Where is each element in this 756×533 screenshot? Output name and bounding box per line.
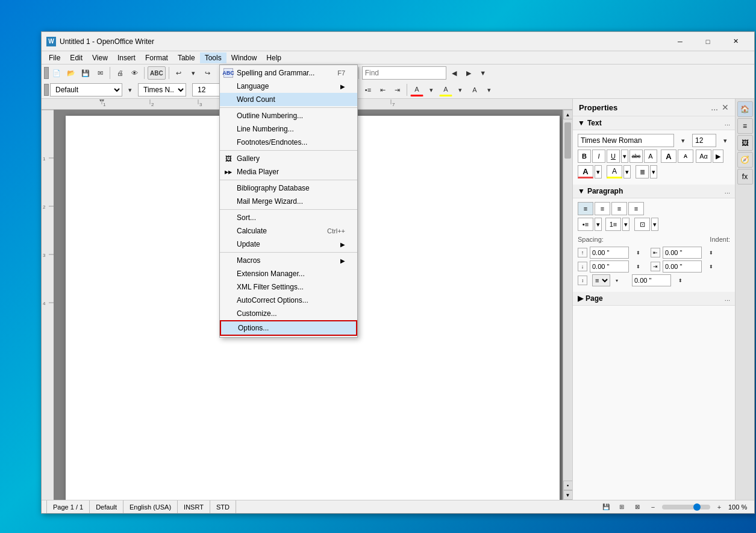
font-size-input[interactable]: 12: [692, 134, 716, 147]
text-underline-button[interactable]: U: [607, 150, 620, 163]
zoom-slider[interactable]: [662, 505, 710, 509]
para-align-center-btn[interactable]: ≡: [595, 202, 610, 215]
email-button[interactable]: ✉: [93, 66, 107, 80]
para-ordered-list-btn[interactable]: 1≡: [605, 218, 621, 231]
indent-right-spin[interactable]: ⬍: [704, 260, 717, 273]
menu-insert[interactable]: Insert: [113, 52, 140, 63]
decrease-indent-button[interactable]: ⇤: [376, 83, 389, 96]
line-spacing-spin[interactable]: ⬍: [673, 274, 687, 286]
scroll-track[interactable]: [563, 119, 572, 481]
text-italic-button[interactable]: I: [592, 150, 605, 163]
text-more2-btn[interactable]: ≣: [636, 165, 649, 178]
menu-file[interactable]: File: [44, 52, 65, 63]
find-prev-button[interactable]: ◀: [448, 66, 461, 80]
font-color-button[interactable]: A: [410, 83, 423, 96]
menu-help[interactable]: Help: [261, 52, 286, 63]
para-outline-dropdown[interactable]: ▾: [651, 218, 658, 231]
print-button[interactable]: 🖨: [113, 66, 127, 80]
menu-tools[interactable]: Tools: [200, 52, 226, 63]
zoom-slider-thumb[interactable]: [693, 503, 701, 511]
view-layout-btn[interactable]: ⊞: [615, 500, 628, 514]
find-input[interactable]: [362, 66, 446, 80]
redo-button[interactable]: ↪: [201, 66, 214, 80]
toolbar-handle-2[interactable]: [44, 84, 49, 96]
menu-customize[interactable]: Customize...: [220, 307, 357, 320]
para-align-left-btn[interactable]: ≡: [578, 202, 593, 215]
functions-sidebar-btn[interactable]: fx: [737, 169, 753, 184]
char-format-button[interactable]: A: [468, 83, 481, 96]
page-section-more[interactable]: ...: [725, 295, 730, 302]
line-spacing-type-dropdown[interactable]: ▾: [610, 274, 623, 286]
text-strikethrough-button[interactable]: abc: [629, 150, 643, 163]
properties-close-button[interactable]: ✕: [722, 102, 729, 112]
styles-sidebar-btn[interactable]: ≡: [737, 118, 753, 134]
text-highlight-btn[interactable]: A: [607, 165, 622, 178]
menu-footnotes[interactable]: Footnotes/Endnotes...: [220, 136, 357, 149]
paragraph-section-header[interactable]: ▼ Paragraph ...: [573, 184, 735, 198]
gallery-sidebar-btn[interactable]: 🖼: [737, 135, 753, 151]
scroll-up-button[interactable]: ▲: [563, 110, 573, 119]
zoom-out-btn[interactable]: −: [646, 500, 660, 514]
menu-mail-merge[interactable]: Mail Merge Wizard...: [220, 195, 357, 208]
tools-dropdown-menu[interactable]: ABC Spelling and Grammar... F7 Language …: [219, 65, 358, 338]
scroll-down-button[interactable]: ▼: [563, 490, 573, 500]
menu-language[interactable]: Language ▶: [220, 80, 357, 93]
font-name-input[interactable]: Times New Roman: [578, 134, 674, 147]
paragraph-style-select[interactable]: Default: [50, 83, 122, 96]
save-doc-btn[interactable]: 💾: [599, 500, 613, 514]
new-doc-button[interactable]: 📄: [50, 66, 63, 80]
para-outline-btn[interactable]: ⊡: [634, 218, 650, 231]
indent-right-input[interactable]: 0.00 ": [663, 260, 702, 273]
close-button[interactable]: ✕: [722, 32, 749, 51]
zoom-in-btn[interactable]: +: [713, 500, 726, 514]
preview-button[interactable]: 👁: [128, 66, 141, 80]
menu-sort[interactable]: Sort...: [220, 211, 357, 224]
menu-macros[interactable]: Macros ▶: [220, 254, 357, 267]
style-dropdown-arrow[interactable]: ▾: [123, 83, 137, 96]
menu-edit[interactable]: Edit: [65, 52, 87, 63]
scroll-options-button[interactable]: ●: [563, 481, 573, 490]
text-more-button[interactable]: ▶: [713, 150, 723, 163]
para-align-right-btn[interactable]: ≡: [611, 202, 627, 215]
spacing-above-spin[interactable]: ⬍: [631, 247, 645, 259]
highlight-dropdown[interactable]: ▾: [454, 83, 467, 96]
menu-options[interactable]: Options...: [220, 320, 357, 336]
find-next-button[interactable]: ▶: [462, 66, 475, 80]
para-align-justify-btn[interactable]: ≡: [628, 202, 644, 215]
menu-window[interactable]: Window: [226, 52, 262, 63]
font-name-dropdown-btn[interactable]: ▾: [676, 134, 690, 147]
menu-extension-manager[interactable]: Extension Manager...: [220, 267, 357, 280]
spacing-below-input[interactable]: 0.00 ": [590, 260, 629, 273]
spacing-below-spin[interactable]: ⬍: [631, 260, 645, 273]
indent-left-input[interactable]: 0.00 ": [663, 247, 702, 259]
text-section-header[interactable]: ▼ Text ...: [573, 116, 735, 130]
indent-left-spin[interactable]: ⬍: [704, 247, 717, 259]
menu-format[interactable]: Format: [140, 52, 173, 63]
open-button[interactable]: 📂: [64, 66, 78, 80]
text-shadow-button[interactable]: A: [644, 150, 657, 163]
menu-autocorrect[interactable]: AutoCorrect Options...: [220, 294, 357, 307]
text-bold-button[interactable]: B: [578, 150, 591, 163]
save-button[interactable]: 💾: [79, 66, 92, 80]
menu-view[interactable]: View: [87, 52, 113, 63]
spellcheck-button[interactable]: ABC: [148, 66, 166, 80]
char-format-dropdown[interactable]: ▾: [483, 83, 496, 96]
text-font-color-dropdown[interactable]: ▾: [595, 165, 602, 178]
menu-table[interactable]: Table: [173, 52, 200, 63]
find-options-button[interactable]: ▼: [476, 66, 490, 80]
menu-xml-filter[interactable]: XML Filter Settings...: [220, 280, 357, 294]
view-web-btn[interactable]: ⊠: [631, 500, 644, 514]
page-section-header[interactable]: ▶ Page ...: [573, 292, 735, 306]
toolbar-handle-1[interactable]: [44, 67, 49, 79]
font-color-dropdown[interactable]: ▾: [425, 83, 438, 96]
menu-update[interactable]: Update ▶: [220, 238, 357, 251]
text-highlight-dropdown[interactable]: ▾: [623, 165, 631, 178]
text-caps-button[interactable]: Aα: [696, 150, 711, 163]
navigator-sidebar-btn[interactable]: 🧭: [737, 152, 753, 168]
undo-button[interactable]: ↩: [172, 66, 186, 80]
menu-calculate[interactable]: Calculate Ctrl++: [220, 224, 357, 238]
minimize-button[interactable]: ─: [666, 32, 694, 51]
properties-sidebar-btn[interactable]: 🏠: [737, 101, 753, 117]
bullet-list-button[interactable]: •≡: [361, 83, 375, 96]
line-spacing-type-select[interactable]: ≡: [592, 274, 610, 286]
